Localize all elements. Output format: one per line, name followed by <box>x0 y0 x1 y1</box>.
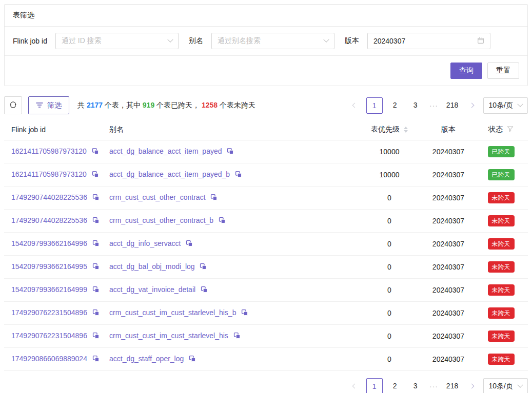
alias-link[interactable]: acct_dg_info_servacct <box>109 239 181 247</box>
flink-job-id-link[interactable]: 1749290744028225536 <box>11 216 87 224</box>
flink-job-id-link[interactable]: 1542097993662164999 <box>11 285 87 294</box>
copy-icon[interactable] <box>92 286 100 295</box>
version-value: 20240307 <box>423 278 474 301</box>
status-badge: 未跨天 <box>488 354 515 365</box>
copy-icon[interactable] <box>235 171 242 179</box>
copy-icon[interactable] <box>92 240 100 249</box>
copy-icon[interactable] <box>201 286 208 295</box>
page-number-1[interactable]: 1 <box>366 97 383 114</box>
refresh-icon <box>9 101 17 110</box>
page: 表筛选 Flink job id 通过 ID 搜索 别名 通过别名搜索 版本 2… <box>0 0 532 393</box>
alias-select[interactable]: 通过别名搜索 <box>211 33 334 49</box>
page-size-select[interactable]: 10条/页 <box>483 378 528 393</box>
table-row: 1749290866069889024 acct_dg_staff_oper_l… <box>4 347 528 370</box>
page-number-1[interactable]: 1 <box>366 378 383 393</box>
copy-icon[interactable] <box>241 309 248 318</box>
alias-link[interactable]: crm_cust_cust_other_contract_b <box>109 216 213 224</box>
version-date-picker[interactable]: 20240307 <box>367 33 490 49</box>
caret-down-icon <box>404 130 408 133</box>
column-header-priority[interactable]: 表优先级 <box>356 119 423 140</box>
table-toolbar: 筛选 共 2177 个表，其中 919 个表已跨天， 1258 个表未跨天 12… <box>4 96 528 114</box>
flink-job-id-link[interactable]: 1621411705987973120 <box>11 147 87 155</box>
next-page-button[interactable] <box>465 97 479 114</box>
filter-button[interactable]: 筛选 <box>28 96 69 114</box>
next-page-button[interactable] <box>465 378 479 393</box>
reset-button[interactable]: 重置 <box>487 63 519 79</box>
query-button[interactable]: 查询 <box>450 63 482 79</box>
alias-link[interactable]: crm_cust_cust_im_cust_starlevel_his <box>109 332 228 340</box>
chevron-right-icon <box>469 384 475 389</box>
alias-link[interactable]: acct_dg_vat_invoice_detail <box>109 285 195 294</box>
status-badge: 未跨天 <box>488 238 515 250</box>
table-row: 1749290744028225536 crm_cust_cust_other_… <box>4 186 528 209</box>
flink-job-id-link[interactable]: 1749290762231504896 <box>11 332 87 340</box>
copy-icon[interactable] <box>219 217 226 225</box>
priority-value: 10000 <box>356 140 423 163</box>
priority-value: 0 <box>356 232 423 255</box>
caret-up-icon <box>404 127 408 129</box>
pagination-top: 123···21810条/页 <box>348 97 528 114</box>
column-header-version: 版本 <box>423 119 474 140</box>
pagination-ellipsis[interactable]: ··· <box>428 382 440 390</box>
priority-value: 0 <box>356 255 423 278</box>
copy-icon[interactable] <box>92 217 100 225</box>
alias-link[interactable]: crm_cust_cust_im_cust_starlevel_his_b <box>109 308 236 317</box>
page-number-2[interactable]: 2 <box>387 378 403 393</box>
flink-job-id-link[interactable]: 1542097993662164995 <box>11 262 87 271</box>
copy-icon[interactable] <box>92 148 99 156</box>
calendar-icon <box>477 37 484 46</box>
status-badge: 未跨天 <box>488 192 515 203</box>
alias-link[interactable]: acct_dg_staff_oper_log <box>109 355 184 363</box>
status-badge: 已跨天 <box>488 169 515 180</box>
copy-icon[interactable] <box>227 148 234 156</box>
reset-button-label: 重置 <box>496 66 510 75</box>
copy-icon[interactable] <box>189 355 196 364</box>
alias-link[interactable]: acct_dg_balance_acct_item_payed <box>109 147 222 155</box>
alias-link[interactable]: acct_dg_bal_obj_modi_log <box>109 262 195 271</box>
page-number-3[interactable]: 3 <box>407 97 424 114</box>
copy-icon[interactable] <box>92 355 100 364</box>
previous-page-button[interactable] <box>348 97 362 114</box>
filter-card: 表筛选 Flink job id 通过 ID 搜索 别名 通过别名搜索 版本 2… <box>4 4 528 86</box>
page-number-3[interactable]: 3 <box>407 378 424 393</box>
copy-icon[interactable] <box>92 332 100 341</box>
column-header-status[interactable]: 状态 <box>474 119 528 140</box>
version-value: 20240307 <box>423 347 474 370</box>
flink-job-id-link[interactable]: 1749290762231504896 <box>11 308 87 317</box>
copy-icon[interactable] <box>92 171 99 179</box>
version-value: 20240307 <box>423 301 474 324</box>
copy-icon[interactable] <box>92 263 100 272</box>
column-header-flink-job-id: Flink job id <box>4 119 105 140</box>
table-row: 1749290762231504896 crm_cust_cust_im_cus… <box>4 324 528 347</box>
priority-value: 0 <box>356 301 423 324</box>
flink-job-id-link[interactable]: 1749290866069889024 <box>11 355 87 363</box>
refresh-button[interactable] <box>4 96 22 114</box>
flink-job-id-link[interactable]: 1621411705987973120 <box>11 170 87 178</box>
funnel-filter-icon[interactable] <box>507 126 514 134</box>
copy-icon[interactable] <box>186 240 193 249</box>
copy-icon[interactable] <box>92 194 100 202</box>
alias-link[interactable]: acct_dg_balance_acct_item_payed_b <box>109 170 230 178</box>
alias-link[interactable]: crm_cust_cust_other_contract <box>109 193 206 201</box>
status-badge: 未跨天 <box>488 307 515 319</box>
copy-icon[interactable] <box>210 194 218 202</box>
flink-job-id-link[interactable]: 1542097993662164996 <box>11 239 87 247</box>
summary-text: 个表已跨天， <box>154 101 202 109</box>
copy-icon[interactable] <box>92 309 100 318</box>
flink-job-id-link[interactable]: 1749290744028225536 <box>11 193 87 201</box>
page-size-select[interactable]: 10条/页 <box>483 97 528 114</box>
copy-icon[interactable] <box>233 332 241 341</box>
copy-icon[interactable] <box>200 263 207 272</box>
chevron-right-icon <box>469 103 475 108</box>
page-number-2[interactable]: 2 <box>387 97 403 114</box>
column-header-alias: 别名 <box>105 119 356 140</box>
page-size-value: 10条/页 <box>489 382 513 391</box>
pagination-ellipsis[interactable]: ··· <box>428 101 440 110</box>
previous-page-button[interactable] <box>348 378 362 393</box>
sort-icon[interactable] <box>404 127 408 133</box>
priority-value: 0 <box>356 278 423 301</box>
flink-job-id-select[interactable]: 通过 ID 搜索 <box>55 33 179 49</box>
status-badge: 未跨天 <box>488 261 515 273</box>
page-number-218[interactable]: 218 <box>444 378 461 393</box>
page-number-218[interactable]: 218 <box>444 97 461 114</box>
